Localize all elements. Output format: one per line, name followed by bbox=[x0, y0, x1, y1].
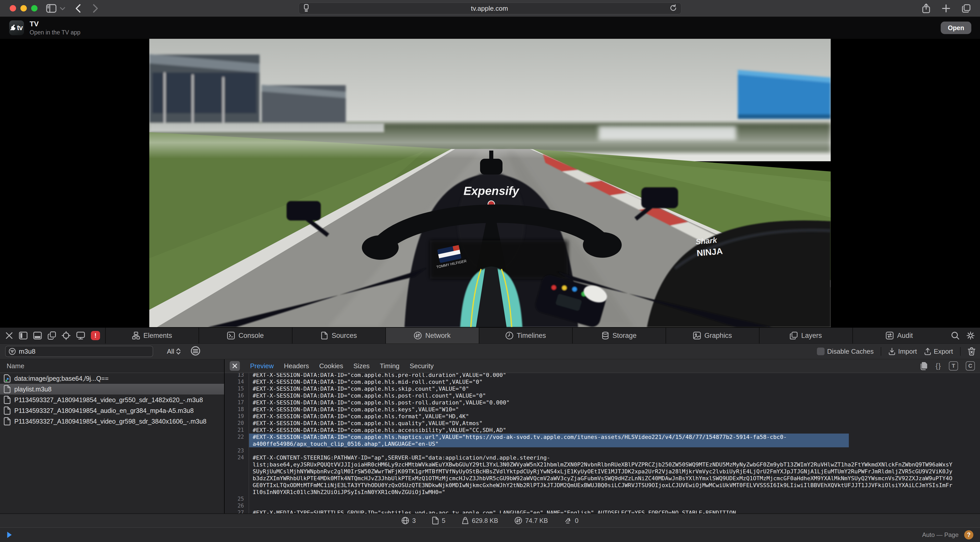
m3u8-preview-pane[interactable]: 13#EXT-X-SESSION-DATA:DATA-ID="com.apple… bbox=[224, 373, 980, 513]
network-status-bar: 3 5 629.8 KB 74.7 KB 0 bbox=[0, 513, 980, 527]
devtools-tab-bar: ! Elements Console Sources Network Timel… bbox=[0, 327, 980, 343]
banner-texts: TV Open in the TV app bbox=[30, 20, 80, 36]
sidebar-chevron-icon[interactable] bbox=[60, 6, 65, 10]
import-label: Import bbox=[898, 348, 917, 356]
page-settings-icon[interactable] bbox=[303, 4, 310, 13]
detail-tab-preview[interactable]: Preview bbox=[250, 362, 274, 370]
filter-bar-right: Disable Caches Import Export bbox=[817, 347, 980, 356]
code-line: 24#EXT-X-CONTENT-STEERING:PATHWAY-ID="ap… bbox=[224, 454, 980, 496]
close-inspector-icon[interactable] bbox=[5, 332, 13, 340]
scope-label: All bbox=[167, 348, 174, 356]
storage-icon bbox=[602, 332, 609, 339]
resource-name: P1134593327_A1809419854_video_gr598_sdr_… bbox=[14, 418, 207, 425]
detail-header-icons: {} T C bbox=[920, 361, 975, 370]
detach-inspector-icon[interactable] bbox=[48, 332, 56, 340]
import-icon bbox=[888, 348, 896, 355]
issues-badge-text: ! bbox=[94, 332, 97, 339]
stat-redirects-value: 0 bbox=[575, 517, 579, 525]
tab-layers[interactable]: Layers bbox=[759, 327, 853, 343]
zoom-window-button[interactable] bbox=[31, 5, 38, 11]
clear-network-items-icon[interactable] bbox=[968, 347, 975, 356]
redirect-icon bbox=[564, 517, 572, 525]
tab-label: Storage bbox=[612, 332, 637, 340]
text-mode-icon[interactable]: T bbox=[949, 361, 958, 370]
tab-sources[interactable]: Sources bbox=[293, 327, 386, 343]
resource-name: playlist.m3u8 bbox=[14, 386, 52, 393]
inspect-element-icon[interactable] bbox=[62, 331, 70, 340]
network-filter-bar: All Disable Caches Import Export bbox=[0, 343, 980, 359]
back-button[interactable] bbox=[75, 4, 81, 13]
disable-caches-toggle[interactable]: Disable Caches bbox=[817, 348, 873, 356]
share-icon[interactable] bbox=[922, 3, 931, 14]
resource-row-video-gr598[interactable]: P1134593327_A1809419854_video_gr598_sdr_… bbox=[0, 416, 224, 427]
tab-network[interactable]: Network bbox=[386, 327, 479, 343]
resource-row-video-gr550[interactable]: P1134593327_A1809419854_video_gr550_sdr_… bbox=[0, 394, 224, 405]
execution-context-selector[interactable]: Auto — Page bbox=[922, 531, 959, 539]
media-type-filter-icon[interactable] bbox=[191, 346, 200, 357]
video-stage: Shark NINJA Expensify bbox=[0, 39, 980, 327]
import-button[interactable]: Import bbox=[888, 348, 917, 356]
copy-icon[interactable] bbox=[920, 362, 928, 370]
stat-redirects: 0 bbox=[564, 517, 579, 525]
tab-storage[interactable]: Storage bbox=[573, 327, 666, 343]
code-line: 16#EXT-X-SESSION-DATA:DATA-ID="com.apple… bbox=[224, 392, 980, 399]
scope-select[interactable]: All bbox=[167, 348, 180, 356]
devtools-tabbar-right bbox=[946, 327, 980, 343]
console-icon bbox=[227, 332, 235, 339]
quick-console-bar[interactable]: Auto — Page ? bbox=[0, 527, 980, 542]
code-line: 25 bbox=[224, 496, 980, 502]
address-bar[interactable]: tv.apple.com bbox=[299, 3, 681, 14]
tab-graphics[interactable]: Graphics bbox=[666, 327, 759, 343]
minimize-window-button[interactable] bbox=[21, 5, 27, 11]
source-mode-icon[interactable]: C bbox=[966, 361, 975, 370]
resource-row-audio-gr384[interactable]: P1134593327_A1809419854_audio_en_gr384_m… bbox=[0, 405, 224, 416]
tab-label: Graphics bbox=[704, 332, 732, 340]
open-in-tv-app-button[interactable]: Open bbox=[941, 22, 971, 34]
stat-transferred: 74.7 KB bbox=[514, 517, 548, 525]
detail-tab-headers[interactable]: Headers bbox=[284, 362, 309, 370]
help-badge[interactable]: ? bbox=[964, 530, 974, 539]
issues-badge[interactable]: ! bbox=[91, 331, 100, 340]
updown-chevron-icon bbox=[177, 348, 180, 355]
export-icon bbox=[924, 348, 931, 355]
dock-to-bottom-icon[interactable] bbox=[33, 332, 42, 339]
name-column-header[interactable]: Name bbox=[0, 359, 224, 373]
detail-tab-sizes[interactable]: Sizes bbox=[353, 362, 370, 370]
audit-icon bbox=[886, 332, 894, 339]
close-detail-button[interactable] bbox=[230, 361, 240, 371]
export-button[interactable]: Export bbox=[924, 348, 953, 356]
tab-label: Audit bbox=[897, 332, 913, 340]
detail-tab-cookies[interactable]: Cookies bbox=[319, 362, 343, 370]
sidebar-toggle-icon[interactable] bbox=[46, 4, 56, 13]
resource-row-dataimage[interactable]: data:image/jpeg;base64,/9j...Q== bbox=[0, 373, 224, 384]
gear-icon[interactable] bbox=[966, 331, 975, 340]
close-window-button[interactable] bbox=[10, 5, 16, 11]
video-player[interactable]: Shark NINJA Expensify bbox=[149, 39, 831, 327]
tab-elements[interactable]: Elements bbox=[106, 327, 199, 343]
filter-input[interactable] bbox=[19, 348, 150, 356]
sources-icon bbox=[321, 332, 328, 339]
dock-to-side-icon[interactable] bbox=[19, 332, 27, 339]
resource-filter-field[interactable] bbox=[5, 346, 153, 357]
forward-button[interactable] bbox=[93, 4, 98, 13]
tab-label: Sources bbox=[331, 332, 357, 340]
layers-icon bbox=[790, 332, 797, 339]
export-label: Export bbox=[934, 348, 953, 356]
disable-caches-checkbox[interactable] bbox=[817, 348, 824, 355]
tab-audit[interactable]: Audit bbox=[853, 327, 946, 343]
detail-tab-security[interactable]: Security bbox=[410, 362, 434, 370]
tab-timelines[interactable]: Timelines bbox=[479, 327, 573, 343]
apple-tv-icon-text: tv bbox=[17, 24, 22, 32]
detail-tab-timing[interactable]: Timing bbox=[380, 362, 399, 370]
reload-icon[interactable] bbox=[670, 4, 677, 13]
code-line: 19#EXT-X-SESSION-DATA:DATA-ID="com.apple… bbox=[224, 413, 980, 420]
pretty-print-icon[interactable]: {} bbox=[935, 362, 941, 370]
search-icon[interactable] bbox=[951, 331, 959, 340]
tab-overview-icon[interactable] bbox=[962, 4, 971, 13]
expensify-logo-text: Expensify bbox=[463, 184, 520, 197]
new-tab-icon[interactable] bbox=[942, 4, 950, 13]
resource-row-playlist[interactable]: playlist.m3u8 bbox=[0, 384, 224, 394]
tab-console[interactable]: Console bbox=[199, 327, 293, 343]
graphics-icon bbox=[693, 332, 701, 339]
device-settings-icon[interactable] bbox=[76, 332, 85, 340]
